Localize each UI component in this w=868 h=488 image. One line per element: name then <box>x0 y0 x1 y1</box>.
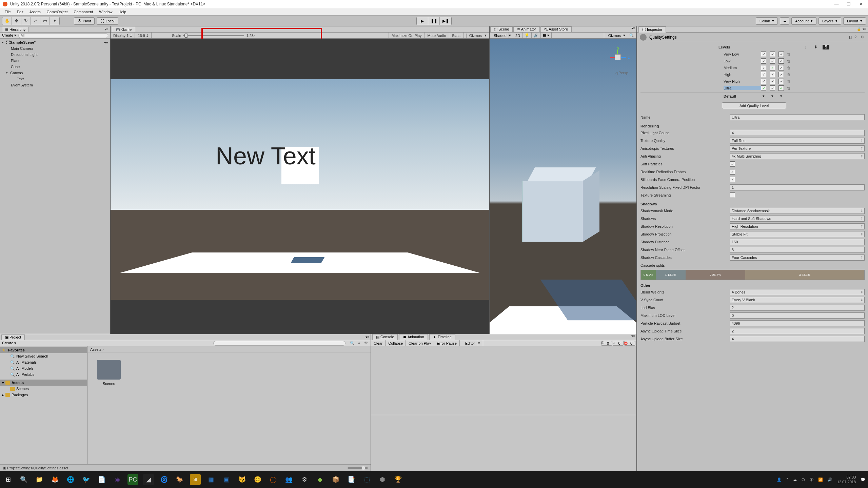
hierarchy-item[interactable]: Plane <box>0 58 110 64</box>
panel-menu-icon[interactable]: ▾≡ <box>631 26 635 32</box>
panel-menu-icon[interactable]: ▾≡ <box>862 27 867 32</box>
maxlod-input[interactable]: 0 <box>730 312 865 319</box>
scene-tab[interactable]: ⬚ Scene <box>490 26 513 32</box>
console-tab[interactable]: ▤ Console <box>372 334 398 340</box>
warn-count[interactable]: ⚠ 0 <box>613 341 624 346</box>
mute-audio[interactable]: Mute Audio <box>425 33 449 38</box>
favorite-item[interactable]: 🔍All Materials <box>0 359 87 365</box>
animator-tab[interactable]: ≋ Animator <box>513 26 539 32</box>
favorite-item[interactable]: 🔍All Models <box>0 365 87 371</box>
menu-window[interactable]: Window <box>96 9 115 15</box>
breadcrumb[interactable]: Assets › <box>87 346 371 352</box>
rotate-tool[interactable]: ↻ <box>21 17 31 25</box>
app-icon[interactable]: ◉ <box>112 474 123 485</box>
play-button[interactable]: ▶ <box>417 17 428 25</box>
display-dropdown[interactable]: Display 1 ‡ <box>111 33 135 38</box>
rect-tool[interactable]: ▭ <box>40 17 50 25</box>
hierarchy-item[interactable]: Directional Light <box>0 52 110 58</box>
add-quality-button[interactable]: Add Quality Level <box>722 102 786 109</box>
shadowmask-dropdown[interactable]: Distance Shadowmask <box>730 208 865 214</box>
blend-dropdown[interactable]: 4 Bones <box>730 289 865 295</box>
scene-fx-icon[interactable]: ▦ ▾ <box>541 33 552 38</box>
tray-cloud-icon[interactable]: ☁ <box>793 477 797 482</box>
hierarchy-item[interactable]: Main Camera <box>0 45 110 52</box>
raycast-input[interactable]: 4096 <box>730 320 865 326</box>
thumbnail-slider[interactable] <box>348 467 368 469</box>
console-body[interactable] <box>371 346 636 471</box>
scale-tool[interactable]: ⤢ <box>31 17 40 25</box>
pycharm-icon[interactable]: PC <box>127 474 138 485</box>
star-icon[interactable]: ★ <box>356 341 362 345</box>
hierarchy-item[interactable]: Cube <box>0 64 110 70</box>
quality-level[interactable]: Medium <box>724 66 761 70</box>
app-icon[interactable]: 📦 <box>330 474 341 485</box>
texture-quality-dropdown[interactable]: Full Res <box>730 138 865 144</box>
vsync-dropdown[interactable]: Every V Blank <box>730 297 865 303</box>
maximize-on-play[interactable]: Maximize On Play <box>389 33 425 38</box>
lock-icon[interactable]: 🔒 <box>856 27 861 32</box>
quality-level[interactable]: Very Low <box>724 52 761 56</box>
billboards-checkbox[interactable]: ✓ <box>730 177 735 182</box>
mode-2d[interactable]: 2D <box>513 33 522 38</box>
info-count[interactable]: ⓘ 0 <box>601 341 612 346</box>
project-folder[interactable]: Scenes <box>0 386 87 392</box>
firefox-icon[interactable]: 🦊 <box>50 474 60 485</box>
favorite-item[interactable]: 🔍New Saved Search <box>0 353 87 359</box>
account-dropdown[interactable]: Account ▾ <box>791 17 816 25</box>
inspector-tab[interactable]: ⓘ Inspector <box>638 26 666 33</box>
pixel-light-input[interactable]: 4 <box>730 130 865 136</box>
local-toggle[interactable]: ⛶ Local <box>97 17 118 25</box>
upbuf-input[interactable]: 4 <box>730 336 865 342</box>
project-search[interactable] <box>213 341 346 346</box>
discord-icon[interactable]: 👥 <box>283 474 294 485</box>
app-icon[interactable]: ◯ <box>268 474 279 485</box>
hierarchy-tab[interactable]: ☰ Hierarchy <box>2 27 28 32</box>
scene-search-icon[interactable]: 🔍 <box>627 33 636 38</box>
tray-dropbox-icon[interactable]: ⬡ <box>802 477 805 482</box>
trash-icon[interactable]: 🗑 <box>786 59 791 63</box>
hand-tool[interactable]: ✋ <box>2 17 12 25</box>
app-icon[interactable]: 😊 <box>252 474 263 485</box>
lod-input[interactable]: 2 <box>730 305 865 311</box>
multi-tool[interactable]: ✦ <box>50 17 59 25</box>
panel-menu-icon[interactable]: ▾≡ <box>366 335 369 339</box>
shadowres-dropdown[interactable]: High Resolution <box>730 223 865 229</box>
menu-assets[interactable]: Assets <box>27 9 43 15</box>
scale-slider[interactable] <box>183 35 244 36</box>
app-icon[interactable]: 🏆 <box>393 474 403 485</box>
default-arrow[interactable]: ▾ <box>770 94 775 98</box>
trash-icon[interactable]: 🗑 <box>786 73 791 77</box>
tray-wifi-icon[interactable]: 📶 <box>818 477 823 482</box>
folder-item[interactable]: Scenes <box>97 360 121 386</box>
panel-menu-icon[interactable]: ▾≡ <box>104 27 108 31</box>
aniso-dropdown[interactable]: Per Texture <box>730 145 865 151</box>
project-create[interactable]: Create ▾ <box>2 341 16 345</box>
cascade-splits[interactable]: 0 6.7%1 13.3%2 26.7%3 53.3% <box>640 270 865 280</box>
blender-icon[interactable]: 🌀 <box>159 474 170 485</box>
scene-audio-icon[interactable]: 🔊 <box>532 33 541 38</box>
scene-gizmos-dropdown[interactable]: Gizmos ▾ <box>604 33 627 38</box>
menu-edit[interactable]: Edit <box>14 9 26 15</box>
gizmos-dropdown[interactable]: Gizmos ▾ <box>463 33 489 38</box>
timeline-tab[interactable]: ⏵ Timeline <box>429 334 455 340</box>
soft-particles-checkbox[interactable]: ✓ <box>730 161 735 167</box>
shaded-dropdown[interactable]: Shaded ▾ <box>490 33 513 38</box>
tray-volume-icon[interactable]: 🔊 <box>828 477 832 482</box>
settings-icon[interactable]: ⚙ <box>861 35 865 40</box>
clock[interactable]: 02:0312.07.2018 <box>837 475 856 484</box>
shadownear-input[interactable]: 3 <box>730 247 865 253</box>
unity-icon[interactable]: ◢ <box>143 474 154 485</box>
steam-icon[interactable]: ⚙ <box>299 474 310 485</box>
pause-button[interactable]: ❚❚ <box>428 17 440 25</box>
menu-file[interactable]: File <box>2 9 14 15</box>
step-button[interactable]: ▶❚ <box>440 17 451 25</box>
layout-dropdown[interactable]: Layout ▾ <box>843 17 866 25</box>
help-icon[interactable]: ? <box>854 35 859 40</box>
app-icon[interactable]: 🐎 <box>174 474 185 485</box>
notifications-icon[interactable]: 💬 <box>861 477 865 482</box>
console-collapse[interactable]: Collapse <box>386 340 406 346</box>
shadowproj-dropdown[interactable]: Stable Fit <box>730 231 865 237</box>
res-scale-input[interactable]: 1 <box>730 184 865 190</box>
cascades-dropdown[interactable]: Four Cascades <box>730 255 865 261</box>
scene-light-icon[interactable]: 💡 <box>522 33 532 38</box>
